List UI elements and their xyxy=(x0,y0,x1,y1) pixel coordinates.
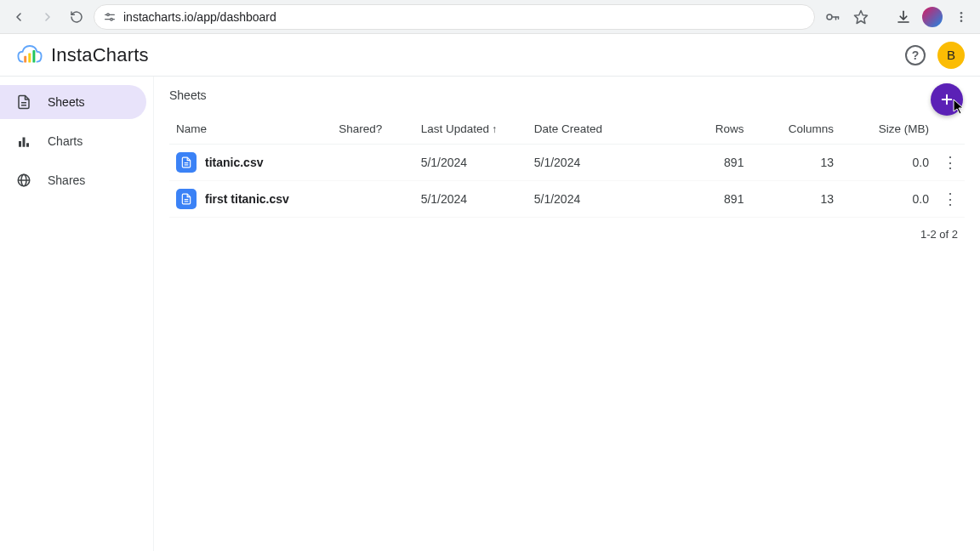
col-updated[interactable]: Last Updated↑ xyxy=(414,114,527,145)
sidebar-item-shares[interactable]: Shares xyxy=(0,163,146,197)
sheet-icon xyxy=(15,94,32,111)
main-panel: Sheets Name Shared? Last Updated↑ Date C… xyxy=(153,77,980,551)
brand-name: InstaCharts xyxy=(51,44,149,66)
svg-rect-20 xyxy=(23,138,26,147)
url-text: instacharts.io/app/dashboard xyxy=(123,10,276,24)
back-button[interactable] xyxy=(7,5,31,29)
svg-point-13 xyxy=(960,20,963,22)
chart-icon xyxy=(15,133,32,150)
sort-asc-icon: ↑ xyxy=(492,123,497,135)
sidebar-item-label: Charts xyxy=(48,134,83,148)
svg-rect-19 xyxy=(19,141,21,147)
row-menu-button[interactable]: ⋮ xyxy=(936,181,965,218)
page-title: Sheets xyxy=(169,88,965,102)
logo-icon xyxy=(15,43,44,68)
help-button[interactable]: ? xyxy=(905,45,926,65)
sidebar: Sheets Charts Shares xyxy=(0,77,153,551)
table-row[interactable]: titanic.csv 5/1/2024 5/1/2024 891 13 0.0… xyxy=(169,145,965,181)
brand[interactable]: InstaCharts xyxy=(15,43,149,68)
reload-button[interactable] xyxy=(65,5,88,29)
svg-rect-21 xyxy=(26,143,29,147)
globe-icon xyxy=(15,172,32,189)
sidebar-item-label: Shares xyxy=(48,173,85,187)
col-created[interactable]: Date Created xyxy=(527,114,670,145)
svg-rect-15 xyxy=(28,53,31,62)
browser-menu-icon[interactable] xyxy=(949,5,973,29)
forward-button[interactable] xyxy=(36,5,60,29)
password-icon[interactable] xyxy=(820,5,844,29)
col-name[interactable]: Name xyxy=(169,114,332,145)
col-rows[interactable]: Rows xyxy=(670,114,751,145)
pagination-label: 1-2 of 2 xyxy=(169,218,965,241)
sidebar-item-charts[interactable]: Charts xyxy=(0,124,146,158)
col-size[interactable]: Size (MB) xyxy=(840,114,936,145)
site-settings-icon xyxy=(103,10,117,24)
address-bar[interactable]: instacharts.io/app/dashboard xyxy=(94,4,815,30)
user-avatar[interactable]: B xyxy=(937,42,965,69)
sidebar-item-label: Sheets xyxy=(48,95,85,109)
file-icon xyxy=(176,152,197,173)
file-name: first titanic.csv xyxy=(205,192,289,206)
profile-avatar[interactable] xyxy=(920,5,944,29)
plus-icon xyxy=(939,92,954,107)
row-menu-button[interactable]: ⋮ xyxy=(936,145,965,181)
file-name: titanic.csv xyxy=(205,156,263,169)
svg-point-11 xyxy=(960,12,963,14)
bookmark-star-icon[interactable] xyxy=(849,5,873,29)
downloads-icon[interactable] xyxy=(892,5,915,29)
col-shared[interactable]: Shared? xyxy=(332,114,413,145)
svg-point-3 xyxy=(111,18,113,20)
svg-point-2 xyxy=(107,14,110,16)
file-icon xyxy=(176,189,197,209)
svg-rect-14 xyxy=(24,55,26,62)
table-row[interactable]: first titanic.csv 5/1/2024 5/1/2024 891 … xyxy=(169,181,965,218)
svg-point-4 xyxy=(827,14,832,20)
sheets-table: Name Shared? Last Updated↑ Date Created … xyxy=(169,114,965,218)
sidebar-item-sheets[interactable]: Sheets xyxy=(0,85,146,119)
svg-rect-16 xyxy=(32,50,35,62)
app-header: InstaCharts ? B xyxy=(0,34,980,77)
add-sheet-button[interactable] xyxy=(931,83,963,116)
browser-toolbar: instacharts.io/app/dashboard xyxy=(0,0,980,34)
col-columns[interactable]: Columns xyxy=(750,114,840,145)
svg-marker-8 xyxy=(855,10,868,23)
svg-point-12 xyxy=(960,15,963,18)
